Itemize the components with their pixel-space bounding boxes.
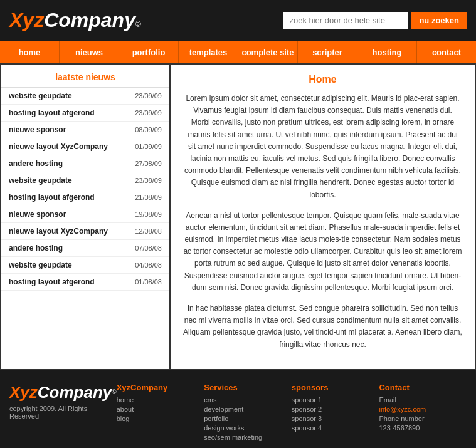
news-item-title: andere hosting [9, 159, 63, 168]
logo: XyzCompany© [9, 9, 141, 32]
nav-nieuws[interactable]: nieuws [60, 41, 119, 63]
news-item-date: 12/08/08 [135, 227, 162, 235]
news-item-date: 04/08/08 [135, 261, 162, 269]
search-input[interactable] [283, 12, 408, 29]
footer-link-home[interactable]: home [117, 396, 204, 404]
news-item-title: hosting layout afgerond [9, 278, 95, 286]
news-item-title: nieuwe layout XyzCompany [9, 227, 108, 236]
main-article: Home Lorem ipsum dolor sit amet, consect… [171, 65, 475, 369]
news-item[interactable]: andere hosting27/08/09 [1, 155, 169, 172]
footer-logo-tm: © [112, 388, 116, 395]
news-sidebar: laatste nieuws website geupdate23/09/09h… [1, 65, 171, 369]
news-item-title: nieuwe layout XyzCompany [9, 142, 108, 151]
logo-tm: © [135, 20, 141, 29]
news-item-title: nieuwe sponsor [9, 125, 66, 134]
news-item-title: hosting layout afgerond [9, 108, 95, 117]
news-item[interactable]: andere hosting07/08/08 [1, 240, 169, 257]
news-item-date: 23/08/09 [135, 177, 162, 184]
footer-logo-area: XyzCompany© copyright 2009. All Rights R… [9, 383, 117, 443]
news-item-date: 01/09/09 [135, 143, 162, 150]
nav-portfolio[interactable]: portfolio [119, 41, 179, 63]
footer-link-development[interactable]: development [204, 405, 292, 413]
header: XyzCompany© nu zoeken [0, 0, 476, 41]
news-item-title: hosting layout afgerond [9, 193, 95, 202]
footer-logo-xyz: Xyz [9, 383, 38, 402]
footer-top: XyzCompany© copyright 2009. All Rights R… [9, 383, 467, 448]
nav-home[interactable]: home [0, 41, 60, 63]
footer-link-about[interactable]: about [117, 405, 204, 413]
news-item[interactable]: nieuwe sponsor08/09/09 [1, 122, 169, 138]
footer-col-services: Services cms development portfolio desig… [204, 383, 292, 443]
footer-xyzcompany-title: XyzCompany [117, 383, 204, 392]
footer-email: info@xyzc.com [379, 405, 467, 413]
sidebar-title: laatste nieuws [1, 65, 169, 88]
search-area: nu zoeken [283, 12, 467, 29]
nav-templates[interactable]: templates [179, 41, 238, 63]
news-item-date: 23/09/09 [135, 109, 162, 117]
footer-col-sponsors: sponsors sponsor 1 sponsor 2 sponsor 3 s… [292, 383, 379, 443]
nav-scripter[interactable]: scripter [298, 41, 357, 63]
news-item-title: website geupdate [9, 176, 72, 185]
news-item-date: 21/08/09 [135, 194, 162, 201]
content-title: Home [183, 74, 462, 85]
footer-sponsor-2[interactable]: sponsor 2 [292, 405, 379, 413]
news-item[interactable]: nieuwe sponsor19/08/09 [1, 206, 169, 223]
footer-phone-label: Phone number [379, 415, 467, 422]
news-item-title: nieuwe sponsor [9, 210, 66, 219]
news-item-date: 08/09/09 [135, 126, 162, 133]
footer-link-portfolio[interactable]: portfolio [204, 415, 292, 422]
search-button[interactable]: nu zoeken [411, 12, 467, 29]
content-para-3: In hac habitasse platea dictumst. Sed co… [183, 303, 462, 351]
footer-link-seo[interactable]: seo/sem marketing [204, 434, 292, 441]
news-item[interactable]: website geupdate23/08/09 [1, 172, 169, 189]
footer-link-blog[interactable]: blog [117, 415, 204, 422]
footer-sponsor-1[interactable]: sponsor 1 [292, 396, 379, 404]
content-para-2: Aenean a nisl ut tortor pellentesque tem… [183, 210, 462, 294]
main-content: laatste nieuws website geupdate23/09/09h… [0, 63, 476, 370]
news-item[interactable]: hosting layout afgerond01/08/08 [1, 274, 169, 291]
news-item-date: 01/08/08 [135, 278, 162, 286]
footer-col-xyzcompany: XyzCompany home about blog [117, 383, 204, 443]
news-item[interactable]: nieuwe layout XyzCompany12/08/08 [1, 223, 169, 240]
news-item[interactable]: hosting layout afgerond23/09/09 [1, 105, 169, 122]
news-item-date: 23/09/09 [135, 92, 162, 100]
footer-link-cms[interactable]: cms [204, 396, 292, 404]
footer-link-design[interactable]: design works [204, 424, 292, 432]
logo-company: Company [44, 9, 135, 32]
footer-sponsors-title: sponsors [292, 383, 379, 392]
news-item-date: 07/08/08 [135, 244, 162, 252]
nav-contact[interactable]: contact [417, 41, 476, 63]
news-item-title: andere hosting [9, 244, 63, 253]
footer-copyright: copyright 2009. All Rights Reserved [9, 405, 117, 420]
news-item-title: website geupdate [9, 261, 72, 269]
footer-col-contact: Contact Email info@xyzc.com Phone number… [379, 383, 467, 443]
news-list: website geupdate23/09/09hosting layout a… [1, 88, 169, 291]
main-nav: home nieuws portfolio templates complete… [0, 41, 476, 63]
footer-phone: 123-4567890 [379, 424, 467, 432]
footer-sponsor-4[interactable]: sponsor 4 [292, 424, 379, 432]
footer-services-title: Services [204, 383, 292, 392]
logo-xyz: Xyz [9, 9, 44, 32]
news-item-title: website geupdate [9, 91, 72, 100]
footer-contact-title: Contact [379, 383, 467, 392]
nav-complete-site[interactable]: complete site [238, 41, 298, 63]
footer-logo-company: Company [38, 383, 112, 402]
news-item[interactable]: website geupdate23/09/09 [1, 88, 169, 105]
news-item-date: 27/08/09 [135, 160, 162, 167]
footer-sponsor-3[interactable]: sponsor 3 [292, 415, 379, 422]
news-item-date: 19/08/09 [135, 211, 162, 218]
news-item[interactable]: website geupdate04/08/08 [1, 257, 169, 274]
footer-logo: XyzCompany© [9, 383, 117, 402]
footer-email-label: Email [379, 396, 467, 404]
news-item[interactable]: nieuwe layout XyzCompany01/09/09 [1, 138, 169, 155]
news-item[interactable]: hosting layout afgerond21/08/09 [1, 189, 169, 206]
footer: XyzCompany© copyright 2009. All Rights R… [0, 370, 476, 448]
nav-hosting[interactable]: hosting [357, 41, 417, 63]
content-para-1: Lorem ipsum dolor sit amet, consectetur … [183, 93, 462, 201]
